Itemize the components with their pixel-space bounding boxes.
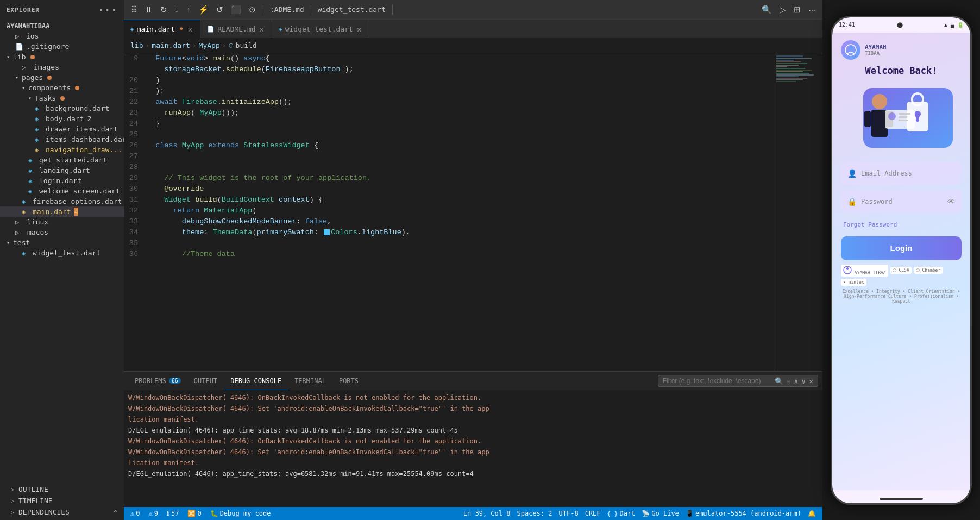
code-line: 32 return MaterialApp( — [124, 205, 774, 216]
step-into-btn[interactable]: ↑ — [184, 3, 194, 16]
search-icon[interactable]: 🔍 — [775, 377, 783, 385]
bc-myapp[interactable]: MyApp — [199, 41, 220, 49]
expand-down-icon[interactable]: ∨ — [801, 377, 806, 385]
expand-up-icon[interactable]: ∧ — [794, 377, 799, 385]
run-btn[interactable]: ⚡ — [196, 3, 211, 16]
code-area[interactable]: 9 Future<void> main() async{ storageBack… — [124, 53, 774, 371]
sidebar-item-landing[interactable]: ◈ landing.dart — [0, 165, 124, 176]
sidebar-item-main-dart[interactable]: ◈ main.dart 4 — [0, 206, 124, 217]
stop-btn[interactable]: ⬛ — [228, 3, 244, 16]
sidebar-item-linux[interactable]: ▷ linux — [0, 217, 124, 227]
tab-problems[interactable]: PROBLEMS 66 — [128, 372, 187, 390]
panel-content[interactable]: W/WindowOnBackDispatcher( 4646): OnBackI… — [124, 390, 822, 507]
sidebar-item-login[interactable]: ◈ login.dart — [0, 176, 124, 186]
sidebar-item-get-started[interactable]: ◈ get_started.dart — [0, 155, 124, 165]
person-icon: 👤 — [847, 169, 857, 178]
log-line: W/WindowOnBackDispatcher( 4646): Set 'an… — [128, 447, 818, 458]
code-line: 30 @override — [124, 184, 774, 195]
error-icon: ⚠ — [130, 510, 134, 517]
git-icon: 🔀 — [187, 510, 196, 517]
status-language[interactable]: { } Dart — [605, 510, 638, 517]
email-placeholder: Email Address — [861, 170, 912, 177]
tab-widget-test[interactable]: ◈ widget_test.dart ✕ — [272, 20, 369, 38]
tab-output[interactable]: OUTPUT — [187, 372, 224, 390]
sidebar-outline[interactable]: ▷ OUTLINE — [0, 484, 124, 495]
filter-list-icon[interactable]: ≡ — [787, 377, 791, 385]
profile-btn[interactable]: ⊙ — [246, 3, 259, 16]
close-filter-icon[interactable]: ✕ — [809, 377, 813, 385]
folder-icon: ▷ — [15, 33, 23, 40]
chevron-icon: ▷ — [11, 498, 14, 504]
reload-btn[interactable]: ↺ — [213, 3, 226, 16]
status-line-ending[interactable]: CRLF — [583, 510, 603, 517]
breadcrumb: lib › main.dart › MyApp › ⬡ build — [124, 38, 822, 53]
sidebar-item-welcome-screen[interactable]: ◈ welcome_screen.dart — [0, 186, 124, 196]
status-git[interactable]: 🔀 0 — [185, 510, 203, 517]
sidebar-item-ios[interactable]: ▷ ios — [0, 31, 124, 41]
tab-readme[interactable]: 📄 README.md ✕ — [200, 20, 272, 38]
panel-tabs: PROBLEMS 66 OUTPUT DEBUG CONSOLE TERMINA… — [124, 372, 822, 390]
sidebar-item-navigation-draw[interactable]: ◈ navigation_draw... 1 — [0, 145, 124, 155]
status-debug-info[interactable]: 🐛 Debug my code — [208, 510, 273, 517]
code-line: 9 Future<void> main() async{ — [124, 53, 774, 64]
forgot-password[interactable]: Forgot Password — [841, 218, 962, 229]
sidebar-item-images[interactable]: ▷ images — [0, 62, 124, 72]
project-name[interactable]: AYAMAHTIBAA — [0, 20, 124, 31]
more-btn[interactable]: ··· — [806, 3, 818, 16]
close-readme-btn[interactable]: ✕ — [259, 25, 265, 34]
tab-ports[interactable]: PORTS — [332, 372, 365, 390]
log-line: lication manifest. — [128, 458, 818, 468]
file-icon: 📄 — [15, 43, 23, 51]
grid-btn[interactable]: ⠿ — [128, 3, 140, 16]
bell-icon: 🔔 — [808, 510, 816, 517]
sidebar-item-tasks[interactable]: ▾ Tasks — [0, 93, 124, 103]
sidebar-item-drawer-items[interactable]: ◈ drawer_items.dart — [0, 124, 124, 134]
close-tab-btn[interactable]: ✕ — [187, 25, 193, 34]
tab-main-dart[interactable]: ◈ main.dart • ✕ — [124, 20, 200, 38]
status-warnings[interactable]: ⚠ 9 — [146, 510, 160, 517]
sidebar-item-components[interactable]: ▾ components — [0, 83, 124, 93]
status-encoding[interactable]: UTF-8 — [557, 510, 581, 517]
status-emulator[interactable]: 📱 emulator-5554 (android-arm) — [683, 510, 803, 517]
search-btn[interactable]: 🔍 — [759, 3, 775, 16]
close-wt-btn[interactable]: ✕ — [356, 25, 362, 34]
filter-input[interactable] — [663, 377, 771, 385]
tab-debug-console[interactable]: DEBUG CONSOLE — [224, 372, 288, 390]
sidebar-dependencies[interactable]: ▷ DEPENDENCIES ⌃ — [0, 506, 124, 518]
login-button[interactable]: Login — [841, 236, 962, 260]
sidebar-item-items-dashboard[interactable]: ◈ items_dashboard.dart — [0, 134, 124, 145]
layout-btn[interactable]: ⊞ — [791, 3, 803, 16]
sidebar-item-macos[interactable]: ▷ macos — [0, 227, 124, 237]
sidebar-item-body-dart[interactable]: ◈ body.dart 2 — [0, 114, 124, 124]
status-line-col[interactable]: Ln 39, Col 8 — [461, 510, 513, 517]
bc-main-dart[interactable]: main.dart — [152, 41, 190, 49]
sidebar-item-background-dart[interactable]: ◈ background.dart — [0, 103, 124, 114]
sidebar-item-pages[interactable]: ▾ pages — [0, 72, 124, 83]
log-line: W/WindowOnBackDispatcher( 4646): OnBackI… — [128, 392, 818, 403]
status-errors[interactable]: ⚠ 0 — [128, 510, 142, 517]
tab-terminal[interactable]: TERMINAL — [288, 372, 332, 390]
bc-sep3: › — [222, 41, 227, 49]
sidebar-item-widget-test[interactable]: ◈ widget_test.dart — [0, 248, 124, 258]
sidebar-more-btn[interactable]: ··· — [98, 4, 117, 16]
status-spaces[interactable]: Spaces: 2 — [515, 510, 555, 517]
bc-lib[interactable]: lib — [130, 41, 143, 49]
sidebar-timeline[interactable]: ▷ TIMELINE — [0, 495, 124, 506]
code-line: 24 } — [124, 118, 774, 129]
sidebar-item-firebase-options[interactable]: ◈ firebase_options.dart — [0, 196, 124, 206]
phone-screen: AYAMAH TIBAA Welcome Back! — [832, 33, 970, 490]
status-bell[interactable]: 🔔 — [806, 510, 818, 517]
pause-btn[interactable]: ⏸ — [142, 3, 155, 16]
password-field[interactable]: 🔒 Password 👁 — [841, 190, 962, 213]
code-line: 25 — [124, 129, 774, 140]
step-over-btn[interactable]: ↓ — [172, 3, 182, 16]
status-info[interactable]: ℹ 57 — [165, 510, 181, 517]
run2-btn[interactable]: ▷ — [777, 3, 789, 16]
status-go-live[interactable]: 📡 Go Live — [639, 510, 681, 517]
sidebar-item-lib[interactable]: ▾ lib — [0, 52, 124, 62]
sidebar-item-gitignore[interactable]: 📄 .gitignore — [0, 41, 124, 52]
restart-btn[interactable]: ↻ — [158, 3, 170, 16]
sidebar-item-test[interactable]: ▾ test — [0, 237, 124, 248]
email-field[interactable]: 👤 Email Address — [841, 162, 962, 185]
eye-icon[interactable]: 👁 — [947, 197, 955, 206]
